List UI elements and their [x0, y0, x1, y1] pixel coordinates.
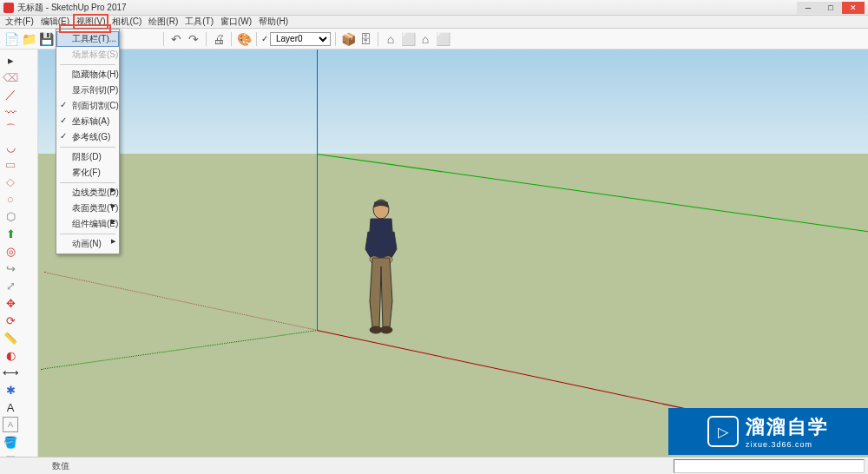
menu-window[interactable]: 窗口(W)	[217, 16, 255, 28]
eraser-tool[interactable]: ⌫	[3, 69, 18, 85]
text3d-tool[interactable]: A	[3, 417, 18, 432]
titlebar: 无标题 - SketchUp Pro 2017 ─ □ ✕	[0, 0, 868, 16]
menu-component-edit[interactable]: 组件编辑(E)	[56, 216, 119, 232]
menu-section-planes[interactable]: 显示剖切(P)	[56, 82, 119, 98]
menu-view[interactable]: 视图(V)	[73, 14, 108, 30]
menu-animation[interactable]: 动画(N)	[56, 236, 119, 252]
rect2-tool[interactable]: ◇	[3, 174, 18, 189]
menu-help[interactable]: 帮助(H)	[255, 16, 292, 28]
menu-edge-style[interactable]: 边线类型(D)	[56, 185, 119, 201]
sky-background	[38, 49, 868, 154]
open-icon[interactable]: 📁	[21, 31, 36, 47]
view-dropdown-menu: 工具栏(T)... 场景标签(S) 隐藏物体(H) 显示剖切(P) 剖面切割(C…	[56, 29, 120, 254]
maximize-button[interactable]: □	[819, 2, 842, 14]
blue-axis	[317, 49, 318, 331]
redo-icon[interactable]: ↷	[186, 31, 201, 47]
toolbar-top: 📄 📁 💾 ↶ ↷ 🖨 🎨 ✓ Layer0 📦 🗄 ⌂ ⬜ ⌂ ⬜	[0, 29, 868, 49]
value-label: 数值	[52, 460, 73, 472]
minimize-button[interactable]: ─	[797, 2, 819, 14]
window-title: 无标题 - SketchUp Pro 2017	[17, 2, 797, 14]
measurement-input[interactable]	[674, 459, 865, 473]
menu-fog[interactable]: 雾化(F)	[56, 165, 119, 181]
rect-tool[interactable]: ▭	[3, 156, 18, 172]
line-tool[interactable]: ／	[3, 87, 18, 102]
watermark: ▷ 溜溜自学 zixue.3d66.com	[668, 408, 868, 455]
separator	[163, 32, 164, 46]
layer-select[interactable]: Layer0	[270, 32, 331, 46]
offset-tool[interactable]: ◎	[3, 243, 18, 259]
front-icon[interactable]: ⌂	[418, 31, 433, 47]
move-tool[interactable]: ✥	[3, 295, 18, 311]
save-icon[interactable]: 💾	[38, 31, 54, 47]
axes-tool[interactable]: ✱	[3, 382, 18, 398]
menu-section-cuts[interactable]: 剖面切割(C)	[56, 98, 119, 114]
top-icon[interactable]: ⬜	[400, 31, 416, 47]
iso-icon[interactable]: ⌂	[383, 31, 398, 47]
watermark-title: 溜溜自学	[746, 414, 829, 440]
separator	[231, 32, 232, 46]
print-icon[interactable]: 🖨	[211, 31, 227, 47]
undo-icon[interactable]: ↶	[168, 31, 184, 47]
menu-hidden-geometry[interactable]: 隐藏物体(H)	[56, 67, 119, 82]
dimension-tool[interactable]: ⟷	[3, 365, 18, 380]
menubar: 文件(F) 编辑(E) 视图(V) 相机(C) 绘图(R) 工具(T) 窗口(W…	[0, 16, 868, 29]
freehand-tool[interactable]: 〰	[3, 104, 18, 120]
viewport-3d[interactable]	[38, 49, 868, 457]
play-icon: ▷	[707, 416, 739, 447]
svg-point-4	[380, 326, 392, 333]
app-icon	[3, 3, 14, 13]
menu-draw[interactable]: 绘图(R)	[145, 16, 181, 28]
close-button[interactable]: ✕	[842, 2, 865, 14]
menu-separator	[60, 182, 115, 183]
circle-tool[interactable]: ○	[3, 191, 18, 207]
menu-guides[interactable]: 参考线(G)	[56, 129, 119, 145]
separator	[206, 32, 207, 46]
separator	[378, 32, 378, 46]
cylinder-icon[interactable]: 🗄	[358, 31, 373, 47]
separator	[335, 32, 336, 46]
window-controls: ─ □ ✕	[797, 2, 865, 14]
side-icon[interactable]: ⬜	[435, 31, 450, 47]
separator	[256, 32, 257, 46]
box-icon[interactable]: 📦	[340, 31, 356, 47]
scale-tool[interactable]: ⤢	[3, 278, 18, 293]
menu-scene-tabs[interactable]: 场景标签(S)	[56, 47, 119, 63]
menu-face-style[interactable]: 表面类型(Y)	[56, 201, 119, 216]
menu-camera[interactable]: 相机(C)	[108, 16, 145, 28]
menu-toolbars[interactable]: 工具栏(T)...	[56, 31, 119, 47]
paint-tool[interactable]: 🪣	[3, 434, 18, 450]
watermark-url: zixue.3d66.com	[746, 440, 829, 449]
menu-tools[interactable]: 工具(T)	[181, 16, 217, 28]
tape-tool[interactable]: 📏	[3, 330, 18, 346]
menu-file[interactable]: 文件(F)	[2, 16, 37, 28]
scale-figure	[355, 197, 407, 336]
arc2-tool[interactable]: ◡	[3, 139, 18, 155]
model-icon[interactable]: 🎨	[236, 31, 252, 47]
text-tool[interactable]: A	[3, 399, 18, 415]
new-icon[interactable]: 📄	[3, 31, 19, 47]
statusbar: 数值	[0, 457, 868, 474]
pushpull-tool[interactable]: ⬆	[3, 226, 18, 241]
rotate-tool[interactable]: ⟳	[3, 313, 18, 328]
menu-axes[interactable]: 坐标轴(A)	[56, 114, 119, 129]
main-area: ▸ ⌫ ／ 〰 ⌒ ◡ ▭ ◇ ○ ⬡ ⬆ ◎ ↪ ⤢ ✥ ⟳ 📏 ◐ ⟷ ✱ …	[0, 49, 868, 457]
select-tool[interactable]: ▸	[3, 52, 18, 68]
menu-separator	[60, 234, 115, 234]
toolbox-left: ▸ ⌫ ／ 〰 ⌒ ◡ ▭ ◇ ○ ⬡ ⬆ ◎ ↪ ⤢ ✥ ⟳ 📏 ◐ ⟷ ✱ …	[0, 49, 38, 457]
menu-shadows[interactable]: 阴影(D)	[56, 149, 119, 165]
menu-edit[interactable]: 编辑(E)	[37, 16, 73, 28]
menu-separator	[60, 147, 115, 148]
protractor-tool[interactable]: ◐	[3, 347, 18, 363]
menu-separator	[60, 64, 115, 65]
followme-tool[interactable]: ↪	[3, 260, 18, 276]
arc-tool[interactable]: ⌒	[3, 122, 18, 137]
polygon-tool[interactable]: ⬡	[3, 208, 18, 224]
